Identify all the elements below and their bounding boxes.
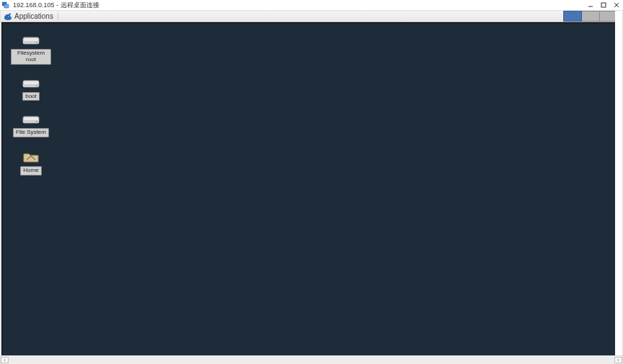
desktop-icons-column: Filesystem root boot File System [11,35,51,176]
applications-label: Applications [14,12,53,20]
svg-point-6 [8,16,9,17]
window-titlebar: 192.168.0.105 - 远程桌面连接 [0,0,623,11]
svg-point-12 [36,85,37,86]
desktop-icon-label: Home [20,166,41,176]
home-folder-icon [22,150,40,163]
panel-separator [58,13,58,20]
panel-left: Applications [1,11,60,22]
scroll-right-button[interactable]: › [614,357,622,363]
close-button[interactable] [610,0,623,10]
svg-rect-1 [4,4,9,8]
scroll-left-button[interactable]: ‹ [1,357,9,363]
remote-desktop-frame: Applications Filesystem root [0,11,623,364]
desktop-icon-home[interactable]: Home [11,150,51,176]
applications-menu-button[interactable]: Applications [1,11,56,22]
svg-point-15 [36,121,37,122]
chevron-right-icon: › [617,358,619,363]
maximize-button[interactable] [597,0,610,10]
desktop-icon-label: Filesystem root [11,49,51,65]
rdp-app-icon [1,1,10,9]
xfce-mouse-icon [4,12,12,21]
workspace-indicator-2[interactable] [582,11,600,22]
desktop-icon-boot[interactable]: boot [11,78,51,101]
remote-desktop[interactable]: Filesystem root boot File System [1,22,622,356]
desktop-icon-filesystem-root[interactable]: Filesystem root [11,35,51,65]
minimize-button[interactable] [584,0,597,10]
window-controls [584,0,623,10]
panel-right [563,11,618,22]
drive-icon [22,35,40,46]
remote-viewport: Applications Filesystem root [1,11,622,356]
horizontal-scrollbar[interactable]: ‹ › [1,355,622,364]
desktop-icon-file-system[interactable]: File System [11,114,51,137]
svg-rect-3 [601,3,606,7]
viewport-right-gutter [615,11,622,356]
scroll-track[interactable] [9,357,614,363]
chevron-left-icon: ‹ [4,358,5,363]
drive-icon [22,78,40,89]
desktop-icon-label: boot [22,92,40,101]
drive-icon [22,114,40,125]
window-title: 192.168.0.105 - 远程桌面连接 [13,1,99,10]
xfce-panel: Applications [1,11,622,22]
desktop-icon-label: File System [13,128,49,137]
workspace-indicator-1[interactable] [563,11,582,22]
svg-point-9 [36,42,37,43]
